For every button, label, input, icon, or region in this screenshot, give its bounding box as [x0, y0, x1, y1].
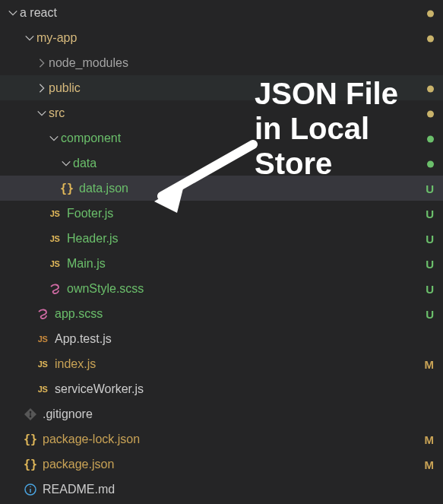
git-status-dot	[427, 106, 434, 119]
file-label: data.json	[79, 182, 128, 195]
folder-node-modules[interactable]: node_modules	[0, 50, 443, 75]
git-status-untracked: U	[426, 232, 434, 245]
file-explorer: a react my-app node_modules public src	[0, 0, 443, 504]
js-icon: JS	[35, 334, 50, 344]
js-icon: JS	[47, 234, 62, 243]
file-label: ownStyle.scss	[67, 282, 144, 296]
file-label: .gitignore	[43, 407, 93, 421]
json-icon: {}	[23, 458, 38, 471]
js-icon: JS	[47, 259, 62, 268]
file-footer-js[interactable]: JS Footer.js U	[0, 201, 443, 226]
file-package-json[interactable]: {} package.json M	[0, 452, 443, 477]
git-status-untracked: U	[426, 307, 434, 320]
git-status-modified: M	[425, 357, 435, 370]
file-label: app.scss	[55, 307, 103, 321]
scss-icon	[47, 282, 62, 296]
svg-rect-2	[30, 412, 30, 417]
chevron-down-icon	[47, 133, 61, 144]
js-icon: JS	[35, 385, 50, 394]
scss-icon	[35, 307, 50, 321]
tree-root-a-react[interactable]: a react	[0, 0, 443, 25]
file-label: App.test.js	[55, 332, 112, 346]
git-status-untracked: U	[426, 182, 434, 195]
file-readme-md[interactable]: README.md	[0, 477, 443, 502]
file-label: Main.js	[67, 257, 106, 271]
git-status-modified: M	[425, 458, 435, 471]
folder-label: my-app	[36, 31, 77, 45]
file-label: serviceWorker.js	[55, 382, 144, 396]
git-status-untracked: U	[426, 207, 434, 220]
folder-public[interactable]: public	[0, 75, 443, 100]
chevron-down-icon	[59, 158, 73, 169]
folder-label: src	[49, 106, 65, 120]
file-index-js[interactable]: JS index.js M	[0, 351, 443, 376]
chevron-right-icon	[35, 83, 49, 94]
git-status-untracked: U	[426, 282, 434, 295]
file-service-worker-js[interactable]: JS serviceWorker.js	[0, 376, 443, 401]
git-status-dot	[427, 132, 434, 144]
folder-label: component	[61, 132, 121, 145]
git-status-modified: M	[425, 433, 435, 445]
folder-label: a react	[20, 6, 57, 20]
file-ownstyle-scss[interactable]: ownStyle.scss U	[0, 276, 443, 301]
file-app-scss[interactable]: app.scss U	[0, 301, 443, 326]
git-status-dot	[427, 81, 434, 94]
folder-label: data	[73, 157, 97, 170]
file-label: Header.js	[67, 232, 119, 246]
folder-my-app[interactable]: my-app	[0, 25, 443, 50]
file-label: index.js	[55, 357, 96, 371]
git-status-dot	[427, 6, 434, 19]
folder-data[interactable]: data	[0, 151, 443, 176]
folder-label: node_modules	[49, 56, 128, 70]
file-label: README.md	[43, 483, 115, 496]
file-data-json[interactable]: {} data.json U	[0, 176, 443, 201]
file-header-js[interactable]: JS Header.js U	[0, 226, 443, 251]
chevron-down-icon	[6, 8, 20, 18]
file-app-test-js[interactable]: JS App.test.js	[0, 326, 443, 351]
chevron-right-icon	[35, 58, 49, 68]
file-label: package-lock.json	[43, 433, 140, 446]
svg-point-5	[30, 486, 31, 487]
git-status-untracked: U	[426, 257, 434, 270]
chevron-down-icon	[35, 108, 49, 119]
git-icon	[23, 407, 38, 421]
file-label: package.json	[43, 458, 114, 471]
folder-src[interactable]: src	[0, 100, 443, 125]
file-package-lock-json[interactable]: {} package-lock.json M	[0, 426, 443, 452]
folder-component[interactable]: component	[0, 125, 443, 151]
git-status-dot	[427, 31, 434, 44]
js-icon: JS	[35, 360, 50, 369]
git-status-dot	[427, 157, 434, 170]
folder-label: public	[49, 81, 81, 95]
js-icon: JS	[47, 209, 62, 218]
info-icon	[23, 483, 38, 496]
json-icon: {}	[59, 182, 74, 195]
file-main-js[interactable]: JS Main.js U	[0, 251, 443, 276]
json-icon: {}	[23, 433, 38, 446]
chevron-down-icon	[23, 33, 36, 43]
file-gitignore[interactable]: .gitignore	[0, 401, 443, 426]
file-label: Footer.js	[67, 207, 113, 220]
